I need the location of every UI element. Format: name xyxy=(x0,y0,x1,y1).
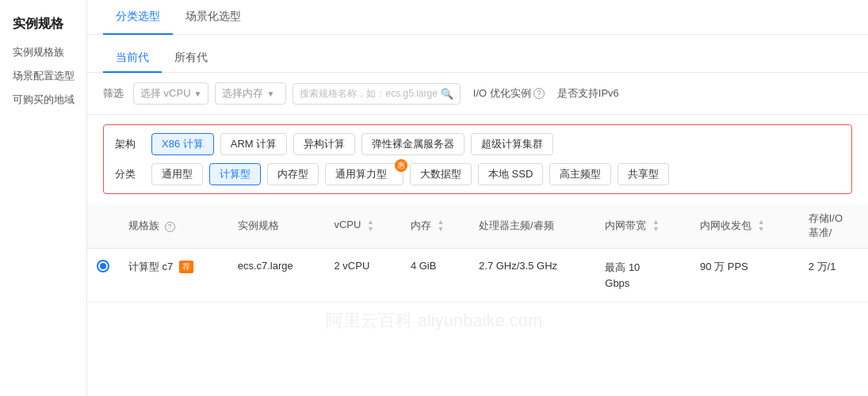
category-row: 分类 通用型 计算型 内存型 通用算力型 惠 大数据型 本地 SSD 高主频型 … xyxy=(115,163,840,185)
cat-tag-compute[interactable]: 计算型 xyxy=(209,163,261,185)
row-select-cell[interactable] xyxy=(87,249,119,303)
tab-scene[interactable]: 场景化选型 xyxy=(173,0,254,35)
vcpu-arrow-icon: ▼ xyxy=(194,89,202,98)
sidebar-title: 实例规格 xyxy=(13,16,86,32)
arch-row: 架构 X86 计算 ARM 计算 异构计算 弹性裸金属服务器 超级计算集群 xyxy=(115,133,840,155)
arch-tags: X86 计算 ARM 计算 异构计算 弹性裸金属服务器 超级计算集群 xyxy=(151,133,553,155)
sidebar-item-scene[interactable]: 场景配置选型 xyxy=(13,69,86,83)
row-storage-cell: 2 万/1 xyxy=(799,249,868,303)
radio-inner xyxy=(100,263,106,269)
row-packets-cell: 90 万 PPS xyxy=(690,249,799,303)
sidebar-item-region[interactable]: 可购买的地域 xyxy=(13,93,86,107)
arch-section: 架构 X86 计算 ARM 计算 异构计算 弹性裸金属服务器 超级计算集群 分类… xyxy=(103,124,852,194)
cat-tag-general-compute[interactable]: 通用算力型 惠 xyxy=(325,163,403,185)
row-family-cell: 计算型 c7 荐 xyxy=(119,249,228,303)
tab-current-gen[interactable]: 当前代 xyxy=(103,44,162,73)
gen-tabs: 当前代 所有代 xyxy=(87,35,868,73)
general-compute-badge: 惠 xyxy=(395,159,407,172)
vcpu-sort-icon[interactable]: ▲▼ xyxy=(367,219,374,233)
col-vcpu: vCPU ▲▼ xyxy=(324,204,400,249)
vcpu-placeholder: 选择 vCPU xyxy=(140,86,191,101)
mem-select[interactable]: 选择内存 ▼ xyxy=(215,82,286,105)
mem-arrow-icon: ▼ xyxy=(266,89,274,98)
memory-sort-icon[interactable]: ▲▼ xyxy=(438,219,445,233)
spec-table-wrapper: 规格族 ? 实例规格 vCPU ▲▼ 内存 ▲▼ 处理器主频/睿频 xyxy=(87,204,868,396)
tab-classify[interactable]: 分类选型 xyxy=(103,0,173,35)
col-packets: 内网收发包 ▲▼ xyxy=(690,204,799,249)
table-header-row: 规格族 ? 实例规格 vCPU ▲▼ 内存 ▲▼ 处理器主频/睿频 xyxy=(87,204,868,249)
spec-table: 规格族 ? 实例规格 vCPU ▲▼ 内存 ▲▼ 处理器主频/睿频 xyxy=(87,204,868,303)
arch-tag-hpc[interactable]: 超级计算集群 xyxy=(471,133,553,155)
col-spec: 实例规格 xyxy=(228,204,325,249)
row-frequency-cell: 2.7 GHz/3.5 GHz xyxy=(469,249,595,303)
row-radio[interactable] xyxy=(97,260,109,272)
cat-tag-local-ssd[interactable]: 本地 SSD xyxy=(478,163,543,185)
category-tags: 通用型 计算型 内存型 通用算力型 惠 大数据型 本地 SSD 高主频型 共享型 xyxy=(151,163,669,185)
sidebar: 实例规格 实例规格族 场景配置选型 可购买的地域 xyxy=(0,0,87,396)
io-label: I/O 优化实例 ? xyxy=(473,86,545,101)
col-family: 规格族 ? xyxy=(119,204,228,249)
filter-row: 筛选 选择 vCPU ▼ 选择内存 ▼ 搜索规格名称，如：ecs.g5.larg… xyxy=(87,73,868,115)
row-vcpu-cell: 2 vCPU xyxy=(324,249,400,303)
family-badge: 荐 xyxy=(179,261,193,273)
category-label: 分类 xyxy=(115,167,143,181)
row-bandwidth-cell: 最高 10Gbps xyxy=(595,249,690,303)
ipv6-label: 是否支持IPv6 xyxy=(557,86,619,101)
cat-tag-general[interactable]: 通用型 xyxy=(151,163,203,185)
arch-tag-hetero[interactable]: 异构计算 xyxy=(293,133,355,155)
watermark: 阿里云百科 aliyunbaike.com xyxy=(326,309,543,333)
arch-tag-bare-metal[interactable]: 弹性裸金属服务器 xyxy=(361,133,465,155)
family-name: 计算型 c7 荐 xyxy=(128,260,219,274)
row-spec-cell: ecs.c7.large xyxy=(228,249,325,303)
cat-tag-bigdata[interactable]: 大数据型 xyxy=(410,163,472,185)
row-memory-cell: 4 GiB xyxy=(401,249,469,303)
col-memory: 内存 ▲▼ xyxy=(401,204,469,249)
col-frequency: 处理器主频/睿频 xyxy=(469,204,595,249)
family-text: 计算型 c7 xyxy=(128,260,173,274)
col-select xyxy=(87,204,119,249)
arch-tag-arm[interactable]: ARM 计算 xyxy=(220,133,288,155)
top-tabs: 分类选型 场景化选型 xyxy=(87,0,868,35)
packets-sort-icon[interactable]: ▲▼ xyxy=(758,219,765,233)
table-row: 计算型 c7 荐 ecs.c7.large 2 vCPU 4 GiB 2.7 G… xyxy=(87,249,868,303)
arch-tag-x86[interactable]: X86 计算 xyxy=(151,133,214,155)
spec-search[interactable]: 搜索规格名称，如：ecs.g5.large 🔍 xyxy=(293,83,460,105)
bandwidth-value: 最高 10Gbps xyxy=(605,260,681,291)
vcpu-select[interactable]: 选择 vCPU ▼ xyxy=(133,82,208,105)
bandwidth-sort-icon[interactable]: ▲▼ xyxy=(652,219,660,233)
main-content: 分类选型 场景化选型 当前代 所有代 筛选 选择 vCPU ▼ 选择内存 ▼ 搜… xyxy=(87,0,868,396)
io-help-icon[interactable]: ? xyxy=(533,88,545,99)
cat-tag-memory[interactable]: 内存型 xyxy=(267,163,319,185)
cat-tag-shared[interactable]: 共享型 xyxy=(618,163,669,185)
mem-placeholder: 选择内存 xyxy=(222,86,263,101)
col-bandwidth: 内网带宽 ▲▼ xyxy=(595,204,690,249)
sidebar-item-family[interactable]: 实例规格族 xyxy=(13,45,86,59)
family-help-icon[interactable]: ? xyxy=(165,222,175,232)
search-icon: 🔍 xyxy=(441,88,453,100)
col-storage: 存储I/O基准/ xyxy=(799,204,868,249)
arch-label: 架构 xyxy=(115,137,143,151)
spec-name: ecs.c7.large xyxy=(238,260,293,272)
cat-tag-high-freq[interactable]: 高主频型 xyxy=(549,163,611,185)
tab-all-gen[interactable]: 所有代 xyxy=(162,44,220,73)
filter-label: 筛选 xyxy=(103,86,124,101)
search-placeholder: 搜索规格名称，如：ecs.g5.large xyxy=(300,87,437,101)
